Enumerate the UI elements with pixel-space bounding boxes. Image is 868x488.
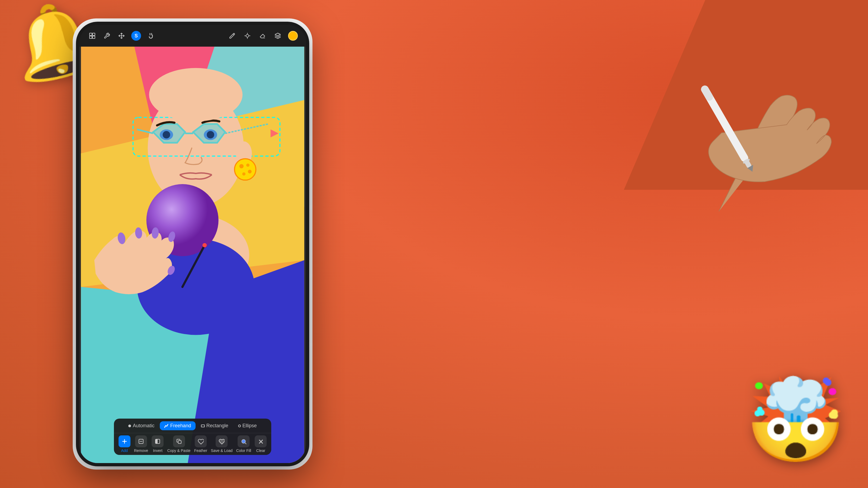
tablet-toolbar: S bbox=[79, 25, 306, 46]
tablet-device: S bbox=[76, 22, 309, 466]
gallery-icon[interactable] bbox=[87, 31, 97, 41]
toolbar-right bbox=[227, 31, 298, 41]
selection-modes-row: Automatic Freehand Rectangle El bbox=[114, 419, 271, 433]
hand-svg bbox=[651, 22, 841, 212]
save-load-action-btn[interactable]: Save & Load bbox=[211, 435, 232, 453]
toolbar-left: S bbox=[87, 31, 156, 41]
ellipse-mode-btn[interactable]: Ellipse bbox=[234, 421, 261, 430]
svg-point-45 bbox=[242, 440, 246, 443]
color-picker[interactable] bbox=[288, 31, 298, 41]
svg-point-28 bbox=[239, 164, 244, 168]
svg-point-39 bbox=[203, 243, 207, 248]
svg-point-27 bbox=[235, 159, 256, 180]
rectangle-mode-btn[interactable]: Rectangle bbox=[197, 421, 233, 430]
remove-icon bbox=[135, 435, 147, 447]
svg-point-31 bbox=[242, 172, 246, 176]
color-fill-label: Color Fill bbox=[236, 448, 251, 453]
automatic-mode-btn[interactable]: Automatic bbox=[124, 421, 159, 430]
add-label: Add bbox=[121, 448, 128, 453]
svg-point-23 bbox=[163, 131, 170, 138]
clear-icon bbox=[255, 435, 267, 447]
automatic-icon bbox=[128, 425, 131, 427]
rectangle-label: Rectangle bbox=[207, 423, 228, 429]
svg-point-4 bbox=[246, 34, 249, 37]
smudge-icon[interactable] bbox=[243, 31, 252, 41]
svg-point-25 bbox=[207, 131, 214, 138]
svg-rect-2 bbox=[90, 36, 92, 38]
freehand-icon bbox=[164, 424, 168, 428]
invert-label: Invert bbox=[153, 448, 162, 453]
svg-point-29 bbox=[246, 163, 250, 167]
eraser-icon[interactable] bbox=[258, 31, 268, 41]
layers-icon[interactable] bbox=[273, 31, 283, 41]
transform-icon[interactable] bbox=[117, 31, 126, 41]
clear-action-btn[interactable]: Clear bbox=[255, 435, 267, 453]
remove-action-btn[interactable]: Remove bbox=[134, 435, 148, 453]
add-action-btn[interactable]: Add bbox=[119, 435, 130, 453]
copy-paste-action-btn[interactable]: Copy & Paste bbox=[167, 435, 191, 453]
exploding-head-emoji: 🤯 bbox=[745, 380, 846, 461]
freehand-mode-btn[interactable]: Freehand bbox=[160, 421, 195, 430]
feather-action-btn[interactable]: Feather bbox=[194, 435, 207, 453]
color-fill-icon bbox=[238, 435, 250, 447]
canvas-area[interactable]: Automatic Freehand Rectangle El bbox=[79, 46, 306, 463]
feather-label: Feather bbox=[194, 448, 207, 453]
tablet-screen: S bbox=[79, 25, 306, 463]
invert-action-btn[interactable]: Invert bbox=[152, 435, 163, 453]
add-icon bbox=[119, 435, 130, 447]
svg-point-40 bbox=[149, 68, 243, 122]
ellipse-label: Ellipse bbox=[243, 423, 257, 429]
wrench-icon[interactable] bbox=[102, 31, 112, 41]
feather-icon bbox=[195, 435, 207, 447]
toolbar-actions-row: Add Remove bbox=[114, 433, 271, 455]
color-fill-action-btn[interactable]: Color Fill bbox=[236, 435, 251, 453]
svg-rect-3 bbox=[93, 36, 95, 38]
copy-paste-icon bbox=[173, 435, 185, 447]
selection-icon[interactable]: S bbox=[131, 31, 141, 41]
save-load-icon bbox=[216, 435, 227, 447]
ellipse-icon bbox=[238, 425, 241, 427]
invert-icon bbox=[152, 435, 163, 447]
save-load-label: Save & Load bbox=[211, 448, 232, 453]
bottom-selection-toolbar: Automatic Freehand Rectangle El bbox=[114, 419, 271, 455]
illustration-svg bbox=[79, 46, 306, 463]
svg-point-30 bbox=[248, 170, 252, 173]
copy-paste-label: Copy & Paste bbox=[167, 448, 191, 453]
svg-rect-0 bbox=[90, 33, 92, 35]
svg-rect-43 bbox=[155, 439, 158, 444]
svg-rect-1 bbox=[93, 33, 95, 35]
svg-rect-44 bbox=[178, 441, 181, 444]
freehand-label: Freehand bbox=[170, 423, 191, 429]
rectangle-icon bbox=[201, 425, 205, 427]
hand-stylus-area bbox=[651, 22, 841, 212]
remove-label: Remove bbox=[134, 448, 148, 453]
clear-label: Clear bbox=[256, 448, 265, 453]
automatic-label: Automatic bbox=[133, 423, 154, 429]
pen-icon[interactable] bbox=[227, 31, 237, 41]
magnet-icon[interactable] bbox=[146, 31, 156, 41]
